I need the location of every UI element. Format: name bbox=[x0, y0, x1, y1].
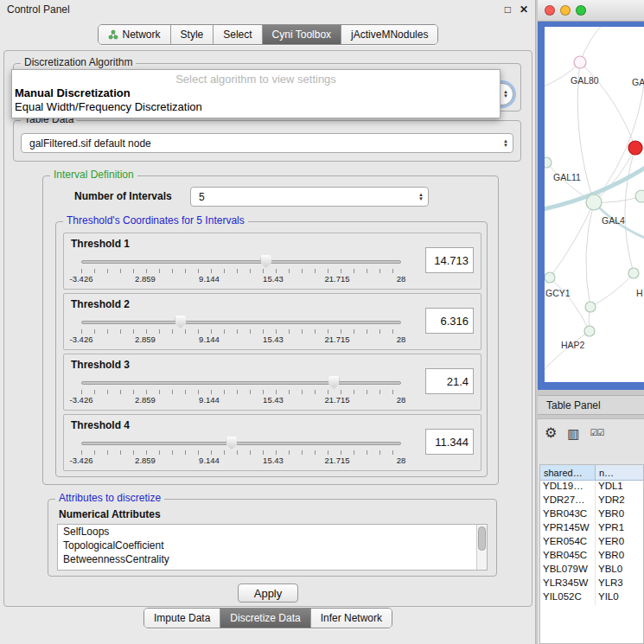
tab-select[interactable]: Select bbox=[213, 25, 261, 44]
algorithm-option[interactable]: Equal Width/Frequency Discretization bbox=[12, 99, 500, 113]
threshold-slider[interactable] bbox=[81, 254, 401, 268]
columns-icon[interactable]: ▥ bbox=[567, 427, 579, 440]
network-node-label: GAL4 bbox=[602, 215, 625, 226]
control-panel-titlebar: Control Panel □ ✕ bbox=[0, 0, 535, 19]
table-row[interactable]: YDR27…YDR2 bbox=[540, 494, 643, 508]
network-edge[interactable] bbox=[625, 148, 635, 273]
network-edge[interactable] bbox=[594, 53, 644, 202]
table-cell: YBR045C bbox=[540, 550, 596, 564]
apply-button[interactable]: Apply bbox=[238, 583, 298, 603]
table-cell: YLR345W bbox=[540, 577, 596, 591]
network-edge[interactable] bbox=[550, 277, 590, 331]
tab-label: Style bbox=[181, 29, 204, 41]
thresholds-group-label: Threshold's Coordinates for 5 Intervals bbox=[63, 214, 248, 226]
float-window-icon[interactable]: □ bbox=[505, 3, 511, 16]
tab-discretize-data[interactable]: Discretize Data bbox=[220, 609, 309, 628]
threshold-value-field[interactable]: 21.4 bbox=[425, 368, 474, 394]
threshold-value-field[interactable]: 14.713 bbox=[425, 247, 474, 273]
table-row[interactable]: YIL052CYIL0 bbox=[540, 591, 643, 605]
close-window-icon[interactable] bbox=[545, 5, 555, 16]
threshold-slider[interactable] bbox=[81, 375, 401, 389]
list-scrollbar-thumb[interactable] bbox=[478, 526, 486, 551]
threshold-slider[interactable] bbox=[81, 315, 401, 328]
table-row[interactable]: YBL079WYBL0 bbox=[540, 564, 643, 577]
scale-tick-label: 2.859 bbox=[135, 274, 156, 284]
table-column-header[interactable]: n… bbox=[596, 465, 643, 481]
close-panel-icon[interactable]: ✕ bbox=[520, 3, 528, 16]
network-node[interactable] bbox=[585, 302, 596, 312]
table-column-header[interactable]: shared… bbox=[540, 465, 596, 481]
network-node-label: HAP2 bbox=[561, 340, 585, 350]
tab-label: Network bbox=[123, 29, 161, 41]
minimize-window-icon[interactable] bbox=[560, 5, 571, 16]
table-row[interactable]: YLR345WYLR3 bbox=[540, 577, 643, 591]
tab-label: Infer Network bbox=[321, 612, 382, 624]
table-data-combobox[interactable]: galFiltered.sif default node ▲▼ bbox=[21, 133, 513, 153]
attribute-list-item[interactable]: BetweennessCentrality bbox=[58, 552, 487, 566]
tab-jactivemnodules[interactable]: jActiveMNodules bbox=[341, 25, 437, 44]
select-columns-icon[interactable]: ☑☑ bbox=[590, 429, 604, 437]
scale-tick-label: 15.43 bbox=[263, 274, 284, 284]
network-node[interactable] bbox=[545, 272, 555, 283]
zoom-window-icon[interactable] bbox=[576, 5, 586, 16]
numerical-attributes-list[interactable]: SelfLoopsTopologicalCoefficientBetweenne… bbox=[57, 524, 488, 571]
network-view-frame: GAL80GAGAL11GAL4GCY1HHAP2 bbox=[538, 22, 644, 390]
table-cell: YIL0 bbox=[596, 591, 643, 605]
slider-scale: -3.4262.8599.14415.4321.71528 bbox=[81, 335, 401, 344]
algorithm-option[interactable]: Manual Discretization bbox=[12, 86, 500, 99]
combo-stepper-icon[interactable]: ▲▼ bbox=[418, 193, 424, 201]
network-node[interactable] bbox=[584, 326, 595, 336]
tab-infer-network[interactable]: Infer Network bbox=[310, 609, 392, 628]
threshold-slider[interactable] bbox=[81, 436, 401, 450]
tab-cyni-toolbox[interactable]: Cyni Toolbox bbox=[262, 25, 341, 44]
slider-thumb[interactable] bbox=[328, 376, 340, 389]
network-edge[interactable] bbox=[590, 273, 634, 307]
slider-ticks bbox=[81, 269, 401, 273]
attributes-group: Attributes to discretize Numerical Attri… bbox=[48, 499, 497, 577]
slider-track[interactable] bbox=[81, 321, 401, 324]
number-of-intervals-value: 5 bbox=[199, 191, 205, 203]
tab-network[interactable]: Network bbox=[99, 25, 170, 44]
table-row[interactable]: YBR043CYBR0 bbox=[540, 508, 643, 522]
table-panel-body: ⚙ ▥ ☑☑ shared…n… YDL19…YDL1YDR27…YDR2YBR… bbox=[538, 418, 644, 644]
network-node[interactable] bbox=[545, 157, 552, 168]
network-node[interactable] bbox=[586, 194, 602, 210]
slider-track[interactable] bbox=[81, 442, 401, 445]
table-toolbar: ⚙ ▥ ☑☑ bbox=[545, 426, 603, 440]
threshold-value-field[interactable]: 11.344 bbox=[425, 429, 474, 455]
slider-thumb[interactable] bbox=[260, 255, 271, 268]
slider-thumb[interactable] bbox=[226, 437, 237, 450]
bottom-tabbar: Impute DataDiscretize DataInfer Network bbox=[0, 608, 536, 628]
threshold-value-field[interactable]: 6.316 bbox=[425, 308, 474, 334]
scale-tick-label: 28 bbox=[397, 395, 406, 405]
network-node[interactable] bbox=[628, 268, 639, 278]
attribute-list-item[interactable]: SelfLoops bbox=[58, 525, 487, 539]
table-cell: YDL19… bbox=[540, 481, 596, 494]
slider-track[interactable] bbox=[81, 260, 401, 264]
slider-track[interactable] bbox=[81, 381, 401, 385]
attribute-list-item[interactable]: TopologicalCoefficient bbox=[58, 539, 487, 552]
list-scrollbar[interactable] bbox=[476, 525, 487, 570]
network-node[interactable] bbox=[635, 190, 644, 202]
network-node[interactable] bbox=[628, 141, 642, 155]
combo-stepper-icon[interactable]: ▲▼ bbox=[503, 90, 508, 99]
tab-label: Discretize Data bbox=[230, 612, 300, 624]
table-cell: YBL079W bbox=[540, 564, 596, 577]
network-node[interactable] bbox=[574, 56, 586, 68]
gear-icon[interactable]: ⚙ bbox=[545, 426, 557, 440]
table-row[interactable]: YDL19…YDL1 bbox=[540, 481, 643, 494]
tab-impute-data[interactable]: Impute Data bbox=[144, 609, 220, 628]
table-row[interactable]: YER054CYER0 bbox=[540, 536, 643, 550]
table-row[interactable]: YPR145WYPR1 bbox=[540, 522, 643, 536]
combo-stepper-icon[interactable]: ▲▼ bbox=[503, 139, 508, 148]
slider-thumb[interactable] bbox=[175, 316, 186, 328]
tab-style[interactable]: Style bbox=[170, 25, 214, 44]
scale-tick-label: -3.426 bbox=[70, 274, 93, 284]
table-row[interactable]: YBR045CYBR0 bbox=[540, 550, 643, 564]
scale-tick-label: 21.715 bbox=[324, 395, 349, 405]
scale-tick-label: 2.859 bbox=[135, 456, 156, 465]
network-edge[interactable] bbox=[586, 202, 594, 307]
number-of-intervals-combobox[interactable]: 5 ▲▼ bbox=[190, 187, 429, 207]
network-canvas[interactable]: GAL80GAGAL11GAL4GCY1HHAP2 bbox=[545, 27, 644, 382]
network-edge[interactable] bbox=[545, 331, 590, 373]
